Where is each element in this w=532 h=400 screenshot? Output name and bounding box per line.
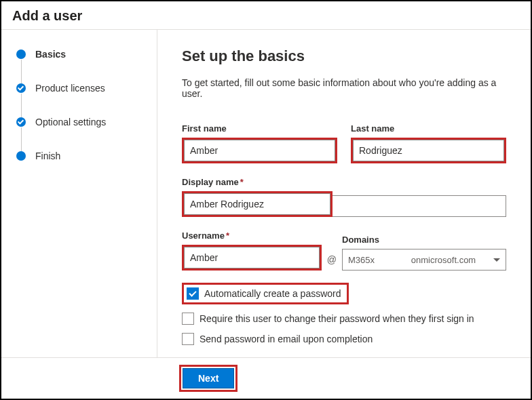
display-name-extra	[332, 195, 506, 217]
domains-field: Domains M365x onmicrosoft.com	[342, 235, 506, 271]
highlight-box	[182, 245, 322, 271]
send-email-label: Send password in email upon completion	[200, 334, 373, 344]
step-check-icon	[16, 117, 26, 127]
page-intro: To get started, fill out some basic info…	[182, 77, 506, 99]
main-form: Set up the basics To get started, fill o…	[157, 30, 531, 359]
step-product-licenses[interactable]: Product licenses	[16, 83, 145, 117]
chevron-down-icon	[493, 258, 500, 262]
require-change-checkbox[interactable]	[182, 313, 194, 325]
panel-header: Add a user	[1, 1, 531, 30]
require-change-label: Require this user to change their passwo…	[200, 313, 474, 324]
auto-create-password-checkbox[interactable]	[187, 287, 199, 300]
step-check-icon	[16, 83, 26, 93]
display-name-input-tail[interactable]	[332, 195, 506, 217]
auto-create-password-label: Automatically create a password	[204, 288, 341, 299]
send-email-checkbox[interactable]	[182, 333, 194, 345]
next-button[interactable]: Next	[183, 368, 234, 388]
username-label: Username*	[182, 231, 322, 241]
first-name-input[interactable]	[184, 140, 335, 161]
page-heading: Set up the basics	[182, 47, 506, 65]
panel-title: Add a user	[12, 8, 520, 24]
highlight-box	[351, 138, 506, 163]
display-name-input[interactable]	[184, 193, 330, 215]
first-name-field: First name	[182, 123, 337, 163]
domain-prefix: M365x	[348, 255, 375, 265]
display-name-label: Display name*	[182, 177, 506, 187]
first-name-label: First name	[182, 123, 337, 134]
display-name-field: Display name*	[182, 177, 506, 231]
step-finish[interactable]: Finish	[16, 151, 145, 161]
domains-label: Domains	[342, 235, 506, 245]
username-field: Username*	[182, 231, 322, 271]
step-label: Optional settings	[35, 117, 106, 127]
footer-bar: Next	[1, 357, 531, 399]
highlight-box: Automatically create a password	[182, 283, 349, 304]
last-name-field: Last name	[351, 123, 506, 163]
require-change-row: Require this user to change their passwo…	[182, 313, 506, 325]
highlight-box	[182, 138, 337, 163]
last-name-input[interactable]	[353, 140, 504, 161]
highlight-box: Next	[179, 365, 238, 392]
at-symbol: @	[322, 249, 342, 271]
domain-suffix: onmicrosoft.com	[411, 255, 476, 265]
wizard-steps: Basics Product licenses Optional setting…	[1, 30, 157, 359]
highlight-box	[182, 191, 332, 217]
step-label: Basics	[35, 49, 66, 60]
step-dot-icon	[16, 151, 26, 161]
step-optional-settings[interactable]: Optional settings	[16, 117, 145, 151]
domain-select[interactable]: M365x onmicrosoft.com	[342, 249, 506, 271]
step-basics[interactable]: Basics	[16, 49, 145, 83]
step-label: Finish	[35, 151, 60, 161]
step-label: Product licenses	[35, 83, 105, 94]
auto-create-password-row: Automatically create a password	[182, 283, 506, 304]
send-email-row: Send password in email upon completion	[182, 333, 506, 345]
last-name-label: Last name	[351, 123, 506, 134]
username-input[interactable]	[184, 247, 320, 268]
step-dot-icon	[16, 49, 26, 59]
